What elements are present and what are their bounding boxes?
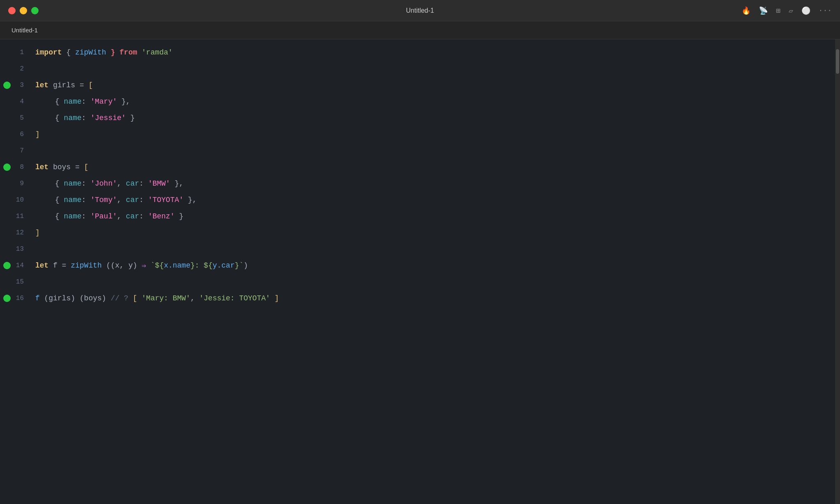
gutter-row-5: 5 [0,110,29,126]
colon-4: : [82,98,91,106]
arrow-14: ⇒ [142,261,146,270]
punct-2 [106,48,111,57]
prop-name-4: name [64,98,82,106]
traffic-lights [8,7,39,14]
close-button[interactable] [8,7,16,14]
curly-open-10: { [55,196,64,204]
code-line-15 [35,274,840,290]
keyword-from2: from [119,48,137,57]
arg-boys: boys [84,294,102,302]
var-girls: girls [48,81,80,89]
prop-car-11: car [126,212,139,220]
space-14 [146,261,151,270]
string-tomy: 'Tomy' [90,196,117,204]
minimize-button[interactable] [20,7,27,14]
code-line-14: let f = zipWith (( x , y ) ⇒ ` ${ x.name… [35,257,840,274]
template-x-name: x.name [164,261,190,270]
scrollbar[interactable] [835,39,840,504]
gutter-row-4: 4 [0,93,29,110]
colon-9a: : [82,179,91,188]
result-bracket-close: ] [270,294,279,302]
colon-11b: : [139,212,148,220]
code-line-9: { name : 'John' , car : 'BMW' } , [35,175,840,192]
line-number-6: 6 [12,131,25,138]
template-close-2: }` [235,261,244,270]
breakpoint-14 [3,262,11,269]
line-number-9: 9 [12,180,25,187]
keyword-let-2: let [35,163,48,171]
template-dollar-1: ${ [155,261,164,270]
var-f: f [48,261,62,270]
paren-16b: ) ( [71,294,84,302]
code-line-1: import { zipWith } from 'ramda' [35,44,840,61]
title-bar-actions: 🔥 📡 ⊞ ▱ ⚪ ··· [742,6,832,15]
call-f: f [35,294,40,302]
curly-close-9: } [170,179,179,188]
layout-icon[interactable]: ▱ [789,6,793,15]
code-line-5: { name : 'Jessie' } [35,110,840,126]
line-number-1: 1 [12,49,25,56]
breakpoint-8 [3,163,11,171]
comment-slash: // ? [111,294,133,302]
gutter-row-11: 11 [0,208,29,225]
comma-4: , [126,98,130,106]
punct-4 [137,48,142,57]
curly-open-9: { [55,179,64,188]
curly-close-11: } [175,212,184,220]
gutter-row-13: 13 [0,241,29,257]
breakpoint-3 [3,82,11,89]
tab-bar: Untitled-1 [0,21,840,39]
paren-14c: ) [244,261,248,270]
colon-9b: : [139,179,148,188]
var-boys: boys [48,163,75,171]
tab-untitled[interactable]: Untitled-1 [7,24,43,36]
punct-eq-1: = [80,81,89,89]
curly-open-4: { [55,98,64,106]
split-editor-icon[interactable]: ⊞ [776,6,781,15]
func-zipwith: zipWith [75,48,106,57]
line-number-3: 3 [12,82,25,89]
more-icon[interactable]: ··· [819,7,832,15]
template-dollar-2: ${ [204,261,213,270]
gutter-row-14: 14 [0,257,29,274]
line-number-10: 10 [12,196,25,204]
comma-10b: , [192,196,197,204]
curly-close-10: } [183,196,192,204]
code-editor[interactable]: import { zipWith } from 'ramda' let girl… [29,39,840,504]
gutter-row-3: 3 [0,77,29,93]
flame-icon[interactable]: 🔥 [742,6,751,15]
string-toyota: 'TOYOTA' [148,196,183,204]
title-bar: Untitled-1 🔥 📡 ⊞ ▱ ⚪ ··· [0,0,840,21]
breakpoint-16 [3,295,11,302]
result-comma: , [190,294,199,302]
gutter-row-6: 6 [0,126,29,143]
param-x: x [115,261,119,270]
prop-car-9: car [126,179,139,188]
curly-close-5: } [126,114,135,122]
code-line-7 [35,143,840,159]
string-john: 'John' [90,179,117,188]
line-number-8: 8 [12,163,25,171]
keyword-let-1: let [35,81,48,89]
comma-10: , [117,196,126,204]
colon-5: : [82,114,91,122]
maximize-button[interactable] [31,7,39,14]
curly-open-5: { [55,114,64,122]
keyword-from: } [111,48,115,57]
bracket-close-1: ] [35,130,40,138]
punct-3 [115,48,119,57]
line-number-11: 11 [12,213,25,220]
line-number-7: 7 [12,147,25,154]
template-y-car: y.car [212,261,235,270]
scrollbar-thumb[interactable] [836,49,839,74]
line-number-5: 5 [12,114,25,122]
broadcast-icon[interactable]: 📡 [759,6,768,15]
comma-9b: , [179,179,184,188]
code-line-12: ] [35,225,840,241]
prop-name-9: name [64,179,82,188]
code-line-13 [35,241,840,257]
template-open: ` [151,261,155,270]
code-line-3: let girls = [ [35,77,840,93]
punct-1: { [62,48,75,57]
keyword-import: import [35,48,62,57]
